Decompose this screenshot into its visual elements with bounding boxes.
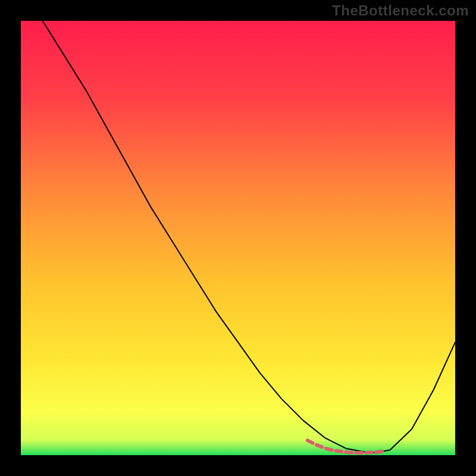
gradient-background: [21, 21, 455, 455]
chart-plot-area: [21, 21, 455, 455]
watermark-text: TheBottleneck.com: [332, 2, 469, 19]
chart-svg: [21, 21, 455, 455]
chart-frame: TheBottleneck.com: [0, 0, 476, 476]
